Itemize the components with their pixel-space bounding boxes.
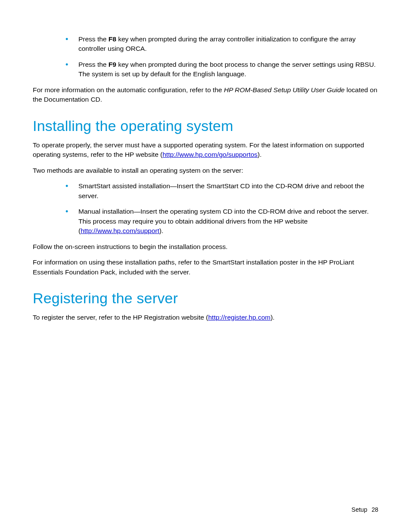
bullet-text: SmartStart assisted installation—Insert …: [78, 182, 364, 199]
text-pre: To register the server, refer to the HP …: [33, 314, 208, 321]
install-paragraph-4: For information on using these installat…: [33, 258, 378, 277]
footer-section: Setup: [352, 506, 367, 513]
page-footer: Setup28: [352, 506, 378, 513]
list-item: Manual installation—Insert the operating…: [63, 207, 378, 236]
page-container: Press the F8 key when prompted during th…: [0, 0, 411, 532]
text-post: key when prompted during the array contr…: [78, 35, 356, 52]
intro-more-info: For more information on the automatic co…: [33, 85, 378, 105]
intro-bullet-list: Press the F8 key when prompted during th…: [63, 34, 378, 79]
install-paragraph-3: Follow the on-screen instructions to beg…: [33, 242, 378, 252]
link-register[interactable]: http://register.hp.com: [208, 314, 271, 321]
doc-title: HP ROM-Based Setup Utility User Guide: [224, 86, 345, 93]
text-post: ).: [258, 151, 262, 158]
footer-page-number: 28: [371, 506, 378, 513]
list-item: Press the F9 key when prompted during th…: [63, 60, 378, 79]
register-paragraph-1: To register the server, refer to the HP …: [33, 313, 378, 322]
text-pre: Press the: [78, 35, 109, 43]
link-supportos[interactable]: http://www.hp.com/go/supportos: [162, 151, 258, 158]
install-bullet-list: SmartStart assisted installation—Insert …: [63, 181, 378, 236]
text-pre: For more information on the automatic co…: [33, 86, 224, 93]
link-support[interactable]: http://www.hp.com/support: [81, 227, 159, 234]
install-paragraph-1: To operate properly, the server must hav…: [33, 140, 378, 160]
key-name: F8: [109, 35, 116, 43]
install-paragraph-2: Two methods are available to install an …: [33, 166, 378, 175]
text-post: ).: [271, 314, 274, 321]
key-name: F9: [109, 61, 116, 68]
text-post: ).: [159, 227, 163, 234]
heading-registering-server: Registering the server: [33, 290, 378, 307]
list-item: Press the F8 key when prompted during th…: [63, 34, 378, 54]
list-item: SmartStart assisted installation—Insert …: [63, 181, 378, 201]
text-pre: Press the: [78, 61, 109, 68]
text-post: key when prompted during the boot proces…: [78, 61, 376, 78]
heading-installing-os: Installing the operating system: [33, 118, 378, 134]
